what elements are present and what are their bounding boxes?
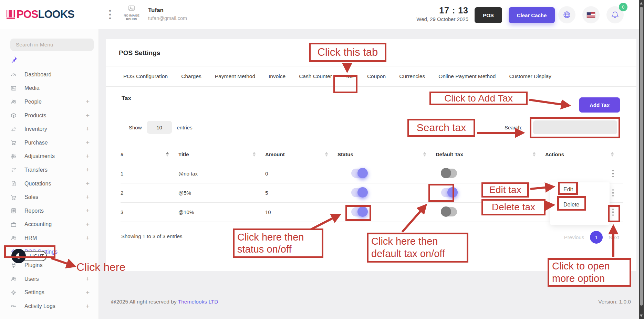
sidebar-item-purchase[interactable]: Purchase+ <box>0 136 98 150</box>
annotation-box-default-toggle <box>428 184 454 202</box>
pagination-next[interactable]: Next <box>609 234 619 240</box>
tab-customer-display[interactable]: Customer Display <box>509 73 551 79</box>
annotation-box-tax-tab <box>333 75 357 93</box>
scroll-up-icon[interactable] <box>640 2 643 4</box>
show-label: Show <box>129 125 142 130</box>
sidebar-item-activity-logs[interactable]: Activity Logs+ <box>0 299 98 313</box>
status-toggle[interactable] <box>351 188 367 197</box>
expand-plus-icon[interactable]: + <box>86 166 90 174</box>
status-toggle[interactable] <box>351 169 367 178</box>
time-value: 17 : 13 <box>396 6 468 15</box>
row-amount: 0 <box>265 171 337 177</box>
sort-icon[interactable] <box>423 152 426 157</box>
table-row: 1 @no tax 0 <box>121 164 623 183</box>
entries-select[interactable]: 10 <box>147 121 172 134</box>
col-num[interactable]: # <box>121 151 123 157</box>
language-globe-button[interactable] <box>558 6 575 23</box>
app-logo[interactable]: POSLOOKS <box>6 8 74 21</box>
pagination-previous[interactable]: Previous <box>564 234 584 240</box>
clock: 17 : 13 Wed, 29 October 2025 <box>396 6 468 22</box>
col-status[interactable]: Status <box>337 151 353 157</box>
expand-plus-icon[interactable]: + <box>86 112 90 119</box>
col-amount[interactable]: Amount <box>265 151 285 157</box>
expand-plus-icon[interactable]: + <box>86 98 90 106</box>
expand-plus-icon[interactable]: + <box>86 234 90 242</box>
sidebar-item-adjustments[interactable]: Adjustments+ <box>0 150 98 163</box>
sidebar-item-dashboard[interactable]: Dashboard <box>0 68 98 82</box>
pagination: Previous 1 Next <box>564 231 619 244</box>
page-scrollbar[interactable] <box>639 0 644 319</box>
sidebar-item-people[interactable]: People+ <box>0 95 98 109</box>
col-default-tax[interactable]: Default Tax <box>436 151 463 157</box>
settings-tabs: POS Configuration Charges Payment Method… <box>106 66 636 87</box>
expand-plus-icon[interactable]: + <box>86 207 90 215</box>
row-actions-kebab-icon[interactable] <box>610 169 616 179</box>
expand-plus-icon[interactable]: + <box>86 193 90 201</box>
row-actions-kebab-icon[interactable] <box>610 188 616 198</box>
expand-plus-icon[interactable]: + <box>86 275 90 283</box>
sidebar-item-transfers[interactable]: Transfers+ <box>0 163 98 177</box>
tax-table: # Title Amount Status Default Tax Action… <box>121 145 623 222</box>
sort-icon[interactable] <box>611 152 614 157</box>
scrollbar-thumb[interactable] <box>640 7 643 306</box>
expand-plus-icon[interactable]: + <box>86 125 90 133</box>
sidebar-item-sales[interactable]: Sales+ <box>0 190 98 204</box>
sidebar-item-accounting[interactable]: Accounting+ <box>0 218 98 232</box>
expand-plus-icon[interactable]: + <box>86 289 90 296</box>
tab-pos-configuration[interactable]: POS Configuration <box>123 73 168 79</box>
themelooks-link[interactable]: Themelooks LTD <box>178 299 218 305</box>
tab-online-payment-method[interactable]: Online Payment Method <box>438 73 496 79</box>
sort-icon[interactable] <box>166 152 169 157</box>
default-tax-toggle[interactable] <box>441 207 457 216</box>
sidebar-item-media[interactable]: Media <box>0 82 98 95</box>
scroll-down-icon[interactable] <box>640 315 643 317</box>
sliders-icon <box>10 153 17 160</box>
expand-plus-icon[interactable]: + <box>86 139 90 147</box>
entries-control: Show 10 entries <box>129 121 193 134</box>
header-menu-kebab-icon[interactable]: ••• <box>109 9 111 20</box>
add-tax-button[interactable]: Add Tax <box>579 97 620 113</box>
sidebar-item-products[interactable]: Products+ <box>0 109 98 123</box>
annotation-default-toggle: Click here then default tax on/off <box>367 233 468 263</box>
pin-icon[interactable] <box>10 55 18 64</box>
gauge-icon <box>10 71 17 78</box>
sidebar-search-input[interactable] <box>10 39 94 51</box>
row-num: 1 <box>121 171 178 177</box>
default-tax-toggle[interactable] <box>441 169 457 178</box>
table-row: 2 @5% 5 <box>121 183 623 203</box>
col-title[interactable]: Title <box>178 151 189 157</box>
locale-flag-button[interactable] <box>582 6 600 23</box>
tab-coupon[interactable]: Coupon <box>367 73 386 79</box>
app-root: POSLOOKS ••• NO IMAGE FOUND Tufan tufan@… <box>0 0 644 319</box>
expand-plus-icon[interactable]: + <box>86 180 90 188</box>
sidebar-item-inventory[interactable]: Inventory+ <box>0 122 98 136</box>
tab-invoice[interactable]: Invoice <box>269 73 285 79</box>
sort-icon[interactable] <box>533 152 536 157</box>
tab-cash-counter[interactable]: Cash Counter <box>299 73 332 79</box>
pagination-page-1[interactable]: 1 <box>590 231 603 244</box>
expand-plus-icon[interactable]: + <box>86 302 90 310</box>
sidebar-item-settings[interactable]: Settings+ <box>0 286 98 300</box>
tab-currencies[interactable]: Currencies <box>399 73 425 79</box>
avatar[interactable]: NO IMAGE FOUND <box>121 4 142 22</box>
sidebar-item-hrm[interactable]: HRM+ <box>0 231 98 245</box>
row-amount: 5 <box>265 190 337 196</box>
row-num: 3 <box>121 209 178 215</box>
sort-icon[interactable] <box>325 152 328 157</box>
sort-icon[interactable] <box>253 152 256 157</box>
tab-payment-method[interactable]: Payment Method <box>215 73 255 79</box>
row-amount: 10 <box>265 209 337 215</box>
col-actions[interactable]: Actions <box>545 151 564 157</box>
users-icon <box>10 235 17 241</box>
expand-plus-icon[interactable]: + <box>86 221 90 228</box>
sidebar-item-reports[interactable]: Reports+ <box>0 204 98 218</box>
tab-charges[interactable]: Charges <box>181 73 201 79</box>
row-title: @10% <box>178 209 265 215</box>
clear-cache-button[interactable]: Clear Cache <box>509 7 555 23</box>
sidebar-item-quotations[interactable]: Quotations+ <box>0 177 98 191</box>
annotation-edit-tax: Edit tax <box>481 182 529 198</box>
sidebar-item-users[interactable]: Users+ <box>0 272 98 286</box>
pos-button[interactable]: POS <box>475 7 502 23</box>
key-icon <box>10 303 17 309</box>
expand-plus-icon[interactable]: + <box>86 152 90 160</box>
